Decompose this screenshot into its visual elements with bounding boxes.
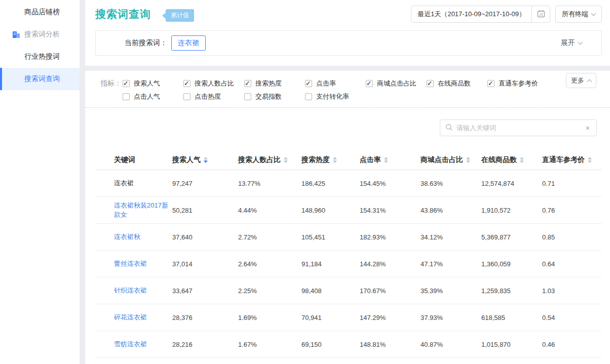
keyword-link[interactable]: 蕾丝连衣裙 [114,260,147,267]
sort-icon[interactable] [520,157,524,163]
sidebar-item[interactable]: 商品店铺榜 [0,1,80,23]
cell-value: 1.69% [238,314,301,321]
cell-value: 1,360,059 [481,260,542,268]
checkbox-unchecked-icon[interactable] [244,93,251,100]
sidebar-item[interactable]: 搜索词分析 [0,23,80,46]
table-row: 连衣裙秋装2017新款女50,2814.44%148,960154.31%43.… [95,197,602,224]
sort-icon[interactable] [588,157,592,163]
indicator-checkbox[interactable]: 商城点击占比 [366,79,427,88]
sidebar-item-label: 搜索词分析 [24,30,60,39]
indicator-checkbox[interactable]: 点击热度 [183,92,244,101]
column-header[interactable]: 直通车参考价 [542,155,602,165]
expand-toggle[interactable]: 展开 [561,38,582,48]
terminal-filter-dropdown[interactable]: 所有终端 [555,6,602,23]
calendar-picker-button[interactable]: 15 [531,6,550,22]
cell-value: 4.44% [238,207,301,214]
column-header[interactable]: 搜索人气 [172,155,238,165]
checkbox-checked-icon[interactable] [487,80,494,87]
date-range-group: 最近1天（2017-10-09~2017-10-09） 15 [411,6,550,23]
sort-icon[interactable] [204,157,208,163]
checkbox-checked-icon[interactable] [244,80,251,87]
cell-value: 148.81% [360,341,421,348]
badge-label: 累计值 [166,9,194,22]
checkbox-unchecked-icon[interactable] [305,93,312,100]
keyword-link[interactable]: 碎花连衣裙 [114,313,147,321]
cell-value: 170.67% [360,287,421,295]
cell-value: 40.87% [421,341,481,348]
sort-icon[interactable] [384,157,388,163]
checkbox-checked-icon[interactable] [183,80,190,87]
sidebar-nav: 商品店铺榜搜索词分析行业热搜词搜索词查询 [0,1,80,90]
indicator-checkbox[interactable]: 支付转化率 [305,92,366,101]
cell-value: 1.03 [542,287,602,295]
cell-value: 2.64% [238,260,301,268]
checkbox-checked-icon[interactable] [427,80,434,87]
sidebar-item[interactable]: 行业热搜词 [0,46,80,68]
search-row: × [85,119,597,136]
search-input[interactable] [456,124,584,132]
checkbox-checked-icon[interactable] [366,80,373,87]
keyword-cell: 雪纺连衣裙 [114,340,172,349]
checkbox-unchecked-icon[interactable] [123,93,130,100]
column-header-label: 搜索热度 [301,155,330,165]
checkbox-checked-icon[interactable] [123,80,130,87]
indicator-checkbox[interactable]: 交易指数 [244,92,305,101]
indicator-checkbox[interactable]: 直通车参考价 [487,79,548,88]
column-header-label: 关键词 [114,155,135,165]
cell-value: 148,960 [301,207,360,214]
keyword-link[interactable]: 雪纺连衣裙 [114,340,147,348]
sidebar-item[interactable]: 搜索词查询 [0,68,80,90]
date-range-button[interactable]: 最近1天（2017-10-09~2017-10-09） [411,6,531,22]
top-bar: 搜索词查询 累计值 最近1天（2017-10-09~2017-10-09） [85,0,610,29]
indicator-label: 在线商品数 [438,79,471,88]
svg-text:15: 15 [539,13,543,16]
more-indicators-button[interactable]: 更多 [566,73,596,88]
indicator-checkbox[interactable]: 搜索热度 [244,79,305,88]
cumulative-badge: 累计值 [162,9,194,22]
cell-value: 37,640 [172,233,238,241]
keyword-link[interactable]: 连衣裙秋装2017新款女 [114,201,168,218]
cell-value: 47.17% [421,260,481,268]
indicator-label: 点击率 [316,79,336,88]
cell-value: 5,369,877 [481,233,542,241]
indicator-checkbox[interactable]: 点击率 [305,79,366,88]
analysis-icon [12,31,20,38]
indicator-checkbox[interactable]: 搜索人气 [123,79,183,88]
keyword-cell: 连衣裙秋 [114,232,172,241]
keyword-link[interactable]: 连衣裙秋 [114,233,140,240]
sort-icon[interactable] [466,157,470,163]
sort-icon[interactable] [333,157,337,163]
expand-label: 展开 [561,38,575,48]
column-header[interactable]: 搜索人数占比 [238,155,301,165]
cell-value: 38.63% [421,180,481,187]
table-row: 连衣裙97,24713.77%186,425154.45%38.63%12,57… [95,170,602,197]
indicator-checkbox[interactable]: 点击人气 [123,92,183,101]
table-body: 连衣裙97,24713.77%186,425154.45%38.63%12,57… [95,170,602,358]
indicator-label: 直通车参考价 [499,79,538,88]
cell-value: 1,910,572 [481,207,542,214]
search-icon [445,124,453,133]
checkbox-checked-icon[interactable] [305,80,312,87]
cell-value: 34.12% [421,233,481,241]
column-header[interactable]: 在线商品数 [481,155,542,165]
section-divider [85,66,610,71]
checkbox-unchecked-icon[interactable] [183,93,190,100]
keyword-link[interactable]: 针织连衣裙 [114,287,147,294]
cell-value: 1.67% [238,341,301,348]
indicator-checkbox[interactable]: 在线商品数 [427,79,487,88]
column-header[interactable]: 搜索热度 [301,155,360,165]
column-header[interactable]: 商城点击占比 [421,155,481,165]
current-search-card: 当前搜索词： 连衣裙 展开 [95,30,602,56]
sort-icon[interactable] [284,157,288,163]
indicator-label: 点击人气 [134,92,160,101]
table-row: 连衣裙秋37,6402.72%105,451182.93%34.12%5,369… [95,224,602,251]
column-header[interactable]: 点击率 [360,155,421,165]
indicator-checkbox[interactable]: 搜索人数占比 [183,79,244,88]
current-keyword-chip[interactable]: 连衣裙 [171,35,206,51]
app-window: 商品店铺榜搜索词分析行业热搜词搜索词查询 搜索词查询 累计值 最近1天（2017… [0,0,610,364]
clear-search-icon[interactable]: × [584,124,591,132]
cell-value: 182.93% [360,233,421,241]
column-header-label: 直通车参考价 [542,155,585,165]
sidebar-item-label: 搜索词查询 [24,74,60,84]
cell-value: 0.54 [542,314,602,321]
